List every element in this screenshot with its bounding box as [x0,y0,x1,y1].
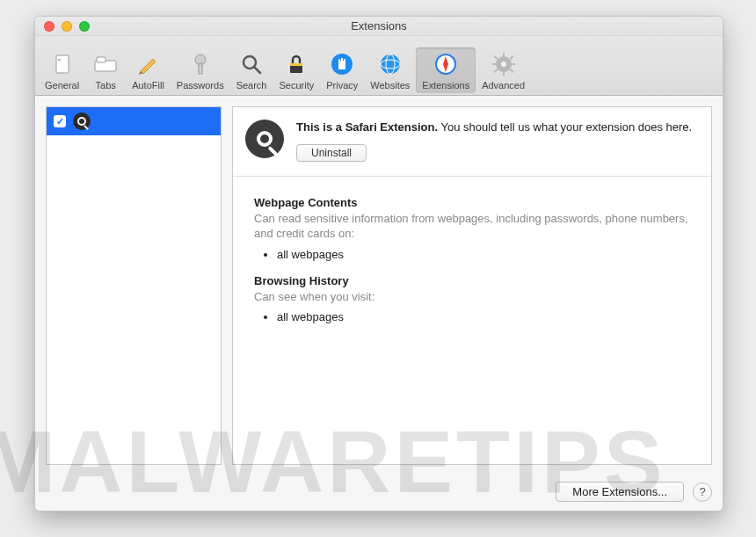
lock-icon [282,50,310,78]
svg-rect-22 [493,55,498,60]
tab-search[interactable]: Search [230,47,273,93]
svg-rect-3 [97,57,105,62]
tab-label: Advanced [482,80,525,91]
permissions-section: Webpage Contents Can read sensitive info… [233,177,711,357]
body: ✓ This is a Safari Extension. You should… [35,96,723,475]
browsing-history-list: all webpages [254,309,690,324]
tab-passwords[interactable]: Passwords [171,47,230,93]
tab-tabs[interactable]: Tabs [85,47,126,93]
svg-rect-19 [503,71,505,76]
tab-label: Passwords [177,80,224,91]
tabs-icon [91,50,120,78]
preferences-window: Extensions General Tabs AutoFill [34,16,723,512]
webpage-contents-description: Can read sensitive information from webp… [254,211,690,242]
tab-autofill[interactable]: AutoFill [126,47,171,93]
browsing-history-heading: Browsing History [254,274,690,287]
tab-label: Security [279,80,314,91]
extension-description: This is a Safari Extension. You should t… [296,120,699,135]
extension-enable-checkbox[interactable]: ✓ [54,115,66,127]
extension-large-icon [245,120,284,158]
svg-rect-25 [509,69,513,73]
compass-icon [432,50,460,78]
help-button[interactable]: ? [693,483,712,502]
svg-rect-0 [56,55,69,73]
svg-point-11 [381,54,400,74]
tab-general[interactable]: General [39,47,85,93]
list-item: all webpages [277,309,690,324]
svg-point-17 [501,62,506,67]
description-rest: You should tell us what your extension d… [438,120,692,134]
webpage-contents-list: all webpages [254,247,690,262]
svg-rect-18 [503,53,505,57]
general-icon [48,50,76,78]
window-title: Extensions [35,19,723,33]
svg-rect-24 [493,69,498,73]
browsing-history-description: Can see when you visit: [254,289,690,305]
tab-privacy[interactable]: Privacy [320,47,364,93]
list-item: all webpages [277,247,690,262]
more-extensions-button[interactable]: More Extensions... [556,482,684,502]
tab-label: Tabs [96,80,116,91]
tab-security[interactable]: Security [273,47,320,93]
svg-rect-21 [511,63,515,65]
search-icon [237,50,265,78]
webpage-contents-heading: Webpage Contents [254,196,690,209]
sidebar-item-extension[interactable]: ✓ [47,107,221,135]
tab-label: AutoFill [132,80,164,91]
svg-rect-1 [58,59,61,61]
svg-rect-5 [199,63,202,74]
tab-advanced[interactable]: Advanced [476,47,531,93]
tab-label: Extensions [422,80,469,91]
extension-detail-pane: This is a Safari Extension. You should t… [232,106,712,465]
svg-rect-20 [492,63,497,65]
tab-extensions[interactable]: Extensions [416,47,476,93]
detail-header: This is a Safari Extension. You should t… [233,107,711,177]
description-bold: This is a Safari Extension. [296,120,438,134]
bottom-bar: More Extensions... ? [46,482,712,502]
toolbar: General Tabs AutoFill Passwords [35,36,723,96]
tab-label: Websites [370,80,410,91]
globe-icon [376,50,404,78]
tab-label: Privacy [326,80,358,91]
autofill-pencil-icon [134,50,162,78]
svg-rect-9 [290,63,302,66]
svg-rect-23 [509,55,513,60]
uninstall-button[interactable]: Uninstall [296,144,367,162]
tab-label: General [45,80,79,91]
svg-line-7 [254,67,260,73]
titlebar: Extensions [35,17,723,36]
hand-icon [328,50,356,78]
gear-icon [490,50,518,78]
tab-label: Search [236,80,267,91]
tab-websites[interactable]: Websites [364,47,416,93]
key-icon [186,50,214,78]
magnifier-icon [73,112,91,130]
extensions-sidebar: ✓ [46,106,222,465]
